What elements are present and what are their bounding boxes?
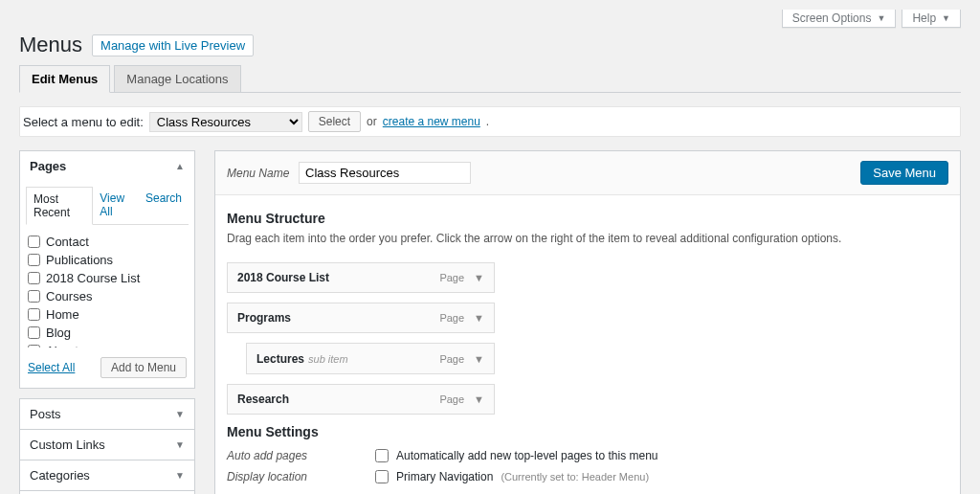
caret-down-icon[interactable]: ▼ bbox=[474, 272, 484, 283]
metabox-event-categories-header[interactable]: Event Categories ▼ bbox=[20, 490, 194, 494]
caret-down-icon[interactable]: ▼ bbox=[474, 312, 484, 324]
menu-item-title: Lectures bbox=[256, 352, 304, 366]
page-checkbox[interactable] bbox=[28, 236, 40, 248]
caret-down-icon: ▼ bbox=[175, 439, 185, 450]
page-checkbox[interactable] bbox=[28, 254, 40, 266]
triangle-down-icon: ▼ bbox=[877, 13, 885, 23]
select-all-link[interactable]: Select All bbox=[28, 361, 75, 374]
menu-name-input[interactable] bbox=[299, 162, 471, 184]
save-menu-button-top[interactable]: Save Menu bbox=[860, 161, 948, 185]
sub-item-label: sub item bbox=[308, 353, 348, 365]
display-location-checkbox[interactable] bbox=[375, 470, 389, 483]
menu-settings-heading: Menu Settings bbox=[227, 424, 948, 439]
pages-tab-recent[interactable]: Most Recent bbox=[26, 187, 93, 225]
menu-name-label: Menu Name bbox=[227, 167, 289, 180]
live-preview-button[interactable]: Manage with Live Preview bbox=[92, 34, 254, 56]
tab-edit-menus[interactable]: Edit Menus bbox=[19, 65, 110, 93]
metabox-custom-links-header[interactable]: Custom Links ▼ bbox=[20, 429, 194, 460]
pages-tab-view-all[interactable]: View All bbox=[93, 187, 139, 224]
page-option[interactable]: Contact bbox=[28, 233, 187, 251]
metabox-categories-header[interactable]: Categories ▼ bbox=[20, 460, 194, 490]
display-location-text: Primary Navigation bbox=[396, 470, 493, 483]
pages-tab-search[interactable]: Search bbox=[139, 187, 189, 224]
add-to-menu-button[interactable]: Add to Menu bbox=[100, 357, 187, 378]
menu-item[interactable]: 2018 Course List Page▼ bbox=[227, 262, 495, 293]
caret-down-icon[interactable]: ▼ bbox=[474, 393, 484, 405]
triangle-down-icon: ▼ bbox=[942, 13, 950, 23]
menu-item-type: Page bbox=[439, 393, 464, 405]
menu-item[interactable]: Research Page▼ bbox=[227, 384, 495, 415]
metabox-pages: Pages ▲ Most Recent View All Search Cont… bbox=[19, 150, 195, 389]
menu-edit-frame: Menu Name Save Menu Menu Structure Drag … bbox=[214, 150, 961, 494]
page-option[interactable]: Publications bbox=[28, 251, 187, 269]
caret-down-icon: ▼ bbox=[175, 409, 185, 419]
menu-item[interactable]: Programs Page▼ bbox=[227, 303, 495, 333]
tab-manage-locations[interactable]: Manage Locations bbox=[114, 65, 240, 92]
page-checkbox[interactable] bbox=[28, 290, 40, 303]
metabox-posts-header[interactable]: Posts ▼ bbox=[20, 399, 194, 429]
menu-item-type: Page bbox=[439, 272, 464, 283]
menu-item-title: 2018 Course List bbox=[237, 271, 329, 284]
select-menu-label: Select a menu to edit: bbox=[23, 115, 144, 129]
menu-select[interactable]: Class Resources bbox=[149, 112, 302, 132]
help-label: Help bbox=[912, 11, 936, 25]
or-text: or bbox=[367, 115, 377, 128]
page-checkbox[interactable] bbox=[28, 326, 40, 339]
menu-item-title: Research bbox=[237, 393, 289, 406]
screen-options-label: Screen Options bbox=[792, 11, 872, 25]
pages-checklist[interactable]: Contact Publications 2018 Course List Co… bbox=[20, 225, 194, 348]
auto-add-pages-label: Auto add pages bbox=[227, 449, 375, 462]
caret-down-icon: ▼ bbox=[175, 470, 185, 481]
auto-add-pages-text: Automatically add new top-level pages to… bbox=[396, 449, 658, 462]
menu-structure-desc: Drag each item into the order you prefer… bbox=[227, 232, 948, 245]
page-checkbox[interactable] bbox=[28, 345, 40, 348]
create-new-menu-link[interactable]: create a new menu bbox=[383, 115, 480, 128]
menu-item-sub[interactable]: Lecturessub item Page▼ bbox=[246, 343, 495, 374]
menu-structure-heading: Menu Structure bbox=[227, 211, 948, 226]
select-button[interactable]: Select bbox=[308, 111, 361, 132]
metabox-pages-header[interactable]: Pages ▲ bbox=[20, 151, 194, 181]
page-checkbox[interactable] bbox=[28, 308, 40, 321]
caret-down-icon[interactable]: ▼ bbox=[474, 353, 484, 365]
page-checkbox[interactable] bbox=[28, 272, 40, 284]
page-option[interactable]: 2018 Course List bbox=[28, 269, 187, 287]
page-option[interactable]: Blog bbox=[28, 324, 187, 342]
display-location-note: (Currently set to: Header Menu) bbox=[501, 471, 649, 483]
menu-items-list: 2018 Course List Page▼ Programs Page▼ bbox=[227, 262, 495, 415]
help-button[interactable]: Help▼ bbox=[902, 10, 961, 28]
auto-add-pages-checkbox[interactable] bbox=[375, 449, 389, 462]
display-location-label: Display location bbox=[227, 470, 375, 483]
page-option[interactable]: Courses bbox=[28, 287, 187, 305]
menu-item-title: Programs bbox=[237, 311, 291, 325]
caret-up-icon: ▲ bbox=[175, 161, 185, 171]
metabox-title: Pages bbox=[30, 159, 66, 173]
menu-item-type: Page bbox=[439, 353, 464, 365]
page-option[interactable]: Home bbox=[28, 305, 187, 324]
screen-options-button[interactable]: Screen Options▼ bbox=[782, 10, 897, 28]
metabox-accordion: Posts ▼ Custom Links ▼ Categories ▼ Even… bbox=[19, 398, 195, 494]
menu-item-type: Page bbox=[439, 312, 464, 324]
